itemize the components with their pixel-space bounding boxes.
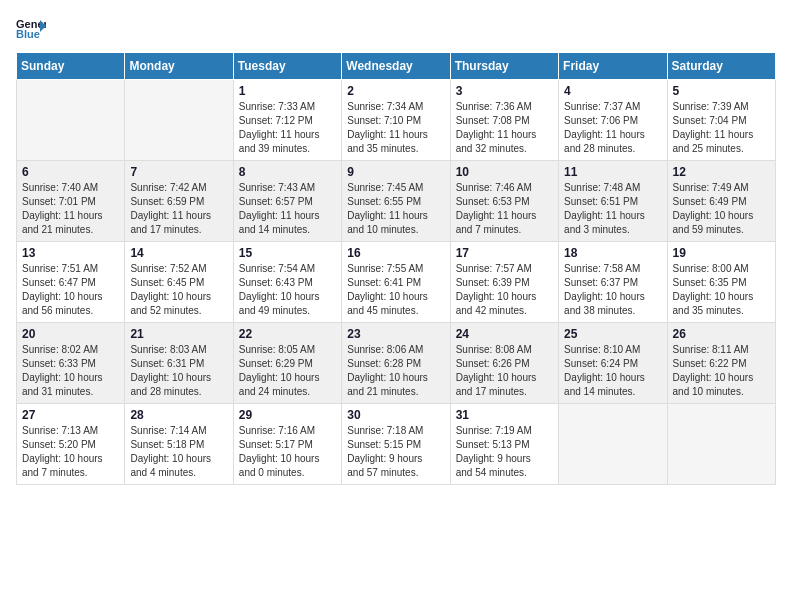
day-info: Sunrise: 7:34 AM Sunset: 7:10 PM Dayligh… [347,100,444,156]
day-number: 26 [673,327,770,341]
day-number: 24 [456,327,553,341]
day-number: 21 [130,327,227,341]
calendar-cell: 17Sunrise: 7:57 AM Sunset: 6:39 PM Dayli… [450,242,558,323]
header-day-friday: Friday [559,53,667,80]
day-number: 3 [456,84,553,98]
day-number: 8 [239,165,336,179]
day-info: Sunrise: 8:08 AM Sunset: 6:26 PM Dayligh… [456,343,553,399]
calendar-cell: 27Sunrise: 7:13 AM Sunset: 5:20 PM Dayli… [17,404,125,485]
calendar-week-2: 6Sunrise: 7:40 AM Sunset: 7:01 PM Daylig… [17,161,776,242]
day-number: 11 [564,165,661,179]
day-info: Sunrise: 7:48 AM Sunset: 6:51 PM Dayligh… [564,181,661,237]
header-day-tuesday: Tuesday [233,53,341,80]
header-day-thursday: Thursday [450,53,558,80]
day-info: Sunrise: 7:33 AM Sunset: 7:12 PM Dayligh… [239,100,336,156]
calendar-cell: 29Sunrise: 7:16 AM Sunset: 5:17 PM Dayli… [233,404,341,485]
header-day-monday: Monday [125,53,233,80]
day-info: Sunrise: 7:16 AM Sunset: 5:17 PM Dayligh… [239,424,336,480]
day-number: 16 [347,246,444,260]
day-number: 13 [22,246,119,260]
day-info: Sunrise: 8:05 AM Sunset: 6:29 PM Dayligh… [239,343,336,399]
day-info: Sunrise: 8:02 AM Sunset: 6:33 PM Dayligh… [22,343,119,399]
svg-text:Blue: Blue [16,28,40,40]
calendar-cell: 28Sunrise: 7:14 AM Sunset: 5:18 PM Dayli… [125,404,233,485]
calendar-cell: 15Sunrise: 7:54 AM Sunset: 6:43 PM Dayli… [233,242,341,323]
calendar-cell [559,404,667,485]
calendar-cell: 18Sunrise: 7:58 AM Sunset: 6:37 PM Dayli… [559,242,667,323]
header-day-sunday: Sunday [17,53,125,80]
calendar-cell: 23Sunrise: 8:06 AM Sunset: 6:28 PM Dayli… [342,323,450,404]
day-number: 6 [22,165,119,179]
calendar-cell: 7Sunrise: 7:42 AM Sunset: 6:59 PM Daylig… [125,161,233,242]
day-info: Sunrise: 8:11 AM Sunset: 6:22 PM Dayligh… [673,343,770,399]
calendar-cell: 4Sunrise: 7:37 AM Sunset: 7:06 PM Daylig… [559,80,667,161]
day-number: 10 [456,165,553,179]
day-info: Sunrise: 7:58 AM Sunset: 6:37 PM Dayligh… [564,262,661,318]
calendar-cell: 8Sunrise: 7:43 AM Sunset: 6:57 PM Daylig… [233,161,341,242]
day-info: Sunrise: 7:40 AM Sunset: 7:01 PM Dayligh… [22,181,119,237]
day-number: 1 [239,84,336,98]
day-number: 2 [347,84,444,98]
day-number: 15 [239,246,336,260]
calendar-cell: 11Sunrise: 7:48 AM Sunset: 6:51 PM Dayli… [559,161,667,242]
day-number: 18 [564,246,661,260]
day-number: 4 [564,84,661,98]
day-info: Sunrise: 7:49 AM Sunset: 6:49 PM Dayligh… [673,181,770,237]
calendar-cell: 21Sunrise: 8:03 AM Sunset: 6:31 PM Dayli… [125,323,233,404]
day-number: 23 [347,327,444,341]
calendar-cell: 31Sunrise: 7:19 AM Sunset: 5:13 PM Dayli… [450,404,558,485]
day-number: 5 [673,84,770,98]
day-info: Sunrise: 7:57 AM Sunset: 6:39 PM Dayligh… [456,262,553,318]
calendar-cell [17,80,125,161]
day-number: 22 [239,327,336,341]
calendar-week-5: 27Sunrise: 7:13 AM Sunset: 5:20 PM Dayli… [17,404,776,485]
day-info: Sunrise: 7:39 AM Sunset: 7:04 PM Dayligh… [673,100,770,156]
calendar-header-row: SundayMondayTuesdayWednesdayThursdayFrid… [17,53,776,80]
calendar-cell: 12Sunrise: 7:49 AM Sunset: 6:49 PM Dayli… [667,161,775,242]
calendar-cell [667,404,775,485]
calendar-cell: 20Sunrise: 8:02 AM Sunset: 6:33 PM Dayli… [17,323,125,404]
header-day-wednesday: Wednesday [342,53,450,80]
calendar-cell [125,80,233,161]
day-info: Sunrise: 7:19 AM Sunset: 5:13 PM Dayligh… [456,424,553,480]
day-info: Sunrise: 7:55 AM Sunset: 6:41 PM Dayligh… [347,262,444,318]
calendar-cell: 19Sunrise: 8:00 AM Sunset: 6:35 PM Dayli… [667,242,775,323]
day-number: 14 [130,246,227,260]
day-number: 27 [22,408,119,422]
day-number: 12 [673,165,770,179]
day-number: 25 [564,327,661,341]
day-number: 29 [239,408,336,422]
day-info: Sunrise: 7:45 AM Sunset: 6:55 PM Dayligh… [347,181,444,237]
calendar-cell: 1Sunrise: 7:33 AM Sunset: 7:12 PM Daylig… [233,80,341,161]
header-day-saturday: Saturday [667,53,775,80]
day-info: Sunrise: 7:46 AM Sunset: 6:53 PM Dayligh… [456,181,553,237]
day-info: Sunrise: 8:06 AM Sunset: 6:28 PM Dayligh… [347,343,444,399]
day-number: 30 [347,408,444,422]
day-number: 31 [456,408,553,422]
calendar-cell: 22Sunrise: 8:05 AM Sunset: 6:29 PM Dayli… [233,323,341,404]
day-number: 20 [22,327,119,341]
logo: General Blue [16,16,52,40]
logo-icon: General Blue [16,16,46,40]
calendar-week-1: 1Sunrise: 7:33 AM Sunset: 7:12 PM Daylig… [17,80,776,161]
calendar-cell: 2Sunrise: 7:34 AM Sunset: 7:10 PM Daylig… [342,80,450,161]
calendar-cell: 25Sunrise: 8:10 AM Sunset: 6:24 PM Dayli… [559,323,667,404]
day-info: Sunrise: 8:00 AM Sunset: 6:35 PM Dayligh… [673,262,770,318]
day-info: Sunrise: 7:54 AM Sunset: 6:43 PM Dayligh… [239,262,336,318]
day-info: Sunrise: 8:03 AM Sunset: 6:31 PM Dayligh… [130,343,227,399]
day-info: Sunrise: 7:43 AM Sunset: 6:57 PM Dayligh… [239,181,336,237]
day-number: 28 [130,408,227,422]
day-number: 9 [347,165,444,179]
calendar-cell: 6Sunrise: 7:40 AM Sunset: 7:01 PM Daylig… [17,161,125,242]
day-number: 17 [456,246,553,260]
page-header: General Blue [16,16,776,40]
calendar-cell: 24Sunrise: 8:08 AM Sunset: 6:26 PM Dayli… [450,323,558,404]
calendar-cell: 26Sunrise: 8:11 AM Sunset: 6:22 PM Dayli… [667,323,775,404]
day-info: Sunrise: 7:51 AM Sunset: 6:47 PM Dayligh… [22,262,119,318]
calendar-week-4: 20Sunrise: 8:02 AM Sunset: 6:33 PM Dayli… [17,323,776,404]
calendar-cell: 30Sunrise: 7:18 AM Sunset: 5:15 PM Dayli… [342,404,450,485]
calendar-cell: 9Sunrise: 7:45 AM Sunset: 6:55 PM Daylig… [342,161,450,242]
day-info: Sunrise: 7:13 AM Sunset: 5:20 PM Dayligh… [22,424,119,480]
calendar-cell: 10Sunrise: 7:46 AM Sunset: 6:53 PM Dayli… [450,161,558,242]
day-number: 19 [673,246,770,260]
